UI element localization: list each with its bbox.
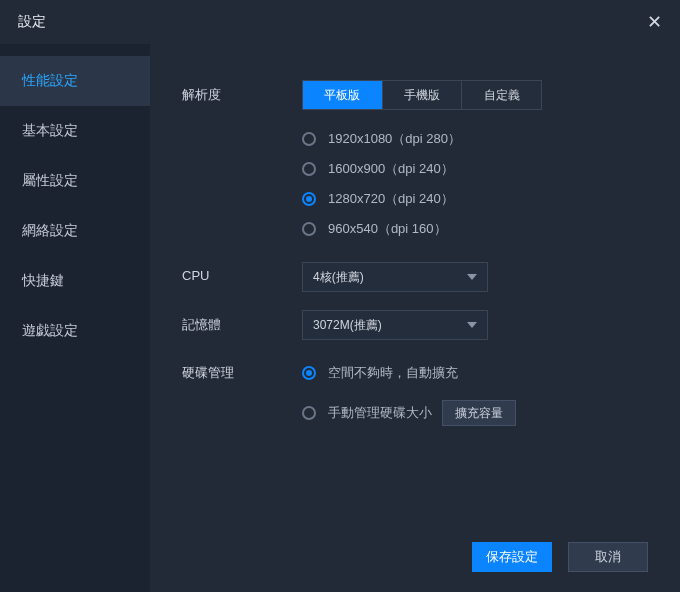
sidebar-item-label: 基本設定 — [22, 122, 78, 140]
resolution-radio-list: 1920x1080（dpi 280） 1600x900（dpi 240） 128… — [302, 124, 648, 244]
radio-icon — [302, 132, 316, 146]
radio-label: 1600x900（dpi 240） — [328, 160, 454, 178]
resolution-option-900[interactable]: 1600x900（dpi 240） — [302, 154, 648, 184]
row-memory: 記憶體 3072M(推薦) — [182, 310, 648, 340]
chevron-down-icon — [467, 274, 477, 280]
cpu-select[interactable]: 4核(推薦) — [302, 262, 488, 292]
sidebar-item-attributes[interactable]: 屬性設定 — [0, 156, 150, 206]
resolution-tab-group: 平板版 手機版 自定義 — [302, 80, 542, 110]
tab-label: 手機版 — [404, 87, 440, 104]
close-icon[interactable]: ✕ — [647, 11, 662, 33]
sidebar-item-label: 網絡設定 — [22, 222, 78, 240]
sidebar-item-label: 屬性設定 — [22, 172, 78, 190]
sidebar-item-label: 快捷鍵 — [22, 272, 64, 290]
radio-label: 960x540（dpi 160） — [328, 220, 447, 238]
tab-tablet[interactable]: 平板版 — [303, 81, 383, 109]
footer: 保存設定 取消 — [472, 542, 648, 572]
cancel-button[interactable]: 取消 — [568, 542, 648, 572]
radio-icon — [302, 162, 316, 176]
sidebar: 性能設定 基本設定 屬性設定 網絡設定 快捷鍵 遊戯設定 — [0, 44, 150, 592]
resolution-option-540[interactable]: 960x540（dpi 160） — [302, 214, 648, 244]
memory-select[interactable]: 3072M(推薦) — [302, 310, 488, 340]
tab-label: 平板版 — [324, 87, 360, 104]
sidebar-item-performance[interactable]: 性能設定 — [0, 56, 150, 106]
chevron-down-icon — [467, 322, 477, 328]
row-resolution: 解析度 平板版 手機版 自定義 1920x1080（dpi 280） 1600x… — [182, 80, 648, 244]
radio-label: 1920x1080（dpi 280） — [328, 130, 461, 148]
titlebar: 設定 ✕ — [0, 0, 680, 44]
radio-icon — [302, 366, 316, 380]
sidebar-item-label: 遊戯設定 — [22, 322, 78, 340]
radio-icon — [302, 192, 316, 206]
memory-label: 記憶體 — [182, 310, 302, 334]
row-disk: 硬碟管理 空間不夠時，自動擴充 手動管理硬碟大小 擴充容量 — [182, 358, 648, 428]
tab-custom[interactable]: 自定義 — [462, 81, 541, 109]
disk-label: 硬碟管理 — [182, 358, 302, 382]
resolution-option-1080[interactable]: 1920x1080（dpi 280） — [302, 124, 648, 154]
cpu-value: 4核(推薦) — [313, 269, 364, 286]
sidebar-item-shortcuts[interactable]: 快捷鍵 — [0, 256, 150, 306]
disk-option-auto[interactable]: 空間不夠時，自動擴充 — [302, 358, 648, 388]
tab-phone[interactable]: 手機版 — [383, 81, 463, 109]
resolution-option-720[interactable]: 1280x720（dpi 240） — [302, 184, 648, 214]
save-button[interactable]: 保存設定 — [472, 542, 552, 572]
tab-label: 自定義 — [484, 87, 520, 104]
save-label: 保存設定 — [486, 548, 538, 566]
cancel-label: 取消 — [595, 548, 621, 566]
radio-icon — [302, 406, 316, 420]
sidebar-item-network[interactable]: 網絡設定 — [0, 206, 150, 256]
sidebar-item-basic[interactable]: 基本設定 — [0, 106, 150, 156]
sidebar-item-game[interactable]: 遊戯設定 — [0, 306, 150, 356]
radio-label: 空間不夠時，自動擴充 — [328, 364, 458, 382]
content: 解析度 平板版 手機版 自定義 1920x1080（dpi 280） 1600x… — [150, 44, 680, 592]
radio-icon — [302, 222, 316, 236]
radio-label: 1280x720（dpi 240） — [328, 190, 454, 208]
expand-capacity-button[interactable]: 擴充容量 — [442, 400, 516, 426]
radio-label: 手動管理硬碟大小 — [328, 404, 432, 422]
disk-option-manual[interactable]: 手動管理硬碟大小 擴充容量 — [302, 398, 648, 428]
sidebar-item-label: 性能設定 — [22, 72, 78, 90]
memory-value: 3072M(推薦) — [313, 317, 382, 334]
resolution-label: 解析度 — [182, 80, 302, 104]
window-title: 設定 — [18, 13, 46, 31]
cpu-label: CPU — [182, 262, 302, 283]
body: 性能設定 基本設定 屬性設定 網絡設定 快捷鍵 遊戯設定 解析度 平板版 手機版… — [0, 44, 680, 592]
row-cpu: CPU 4核(推薦) — [182, 262, 648, 292]
expand-capacity-label: 擴充容量 — [455, 405, 503, 422]
